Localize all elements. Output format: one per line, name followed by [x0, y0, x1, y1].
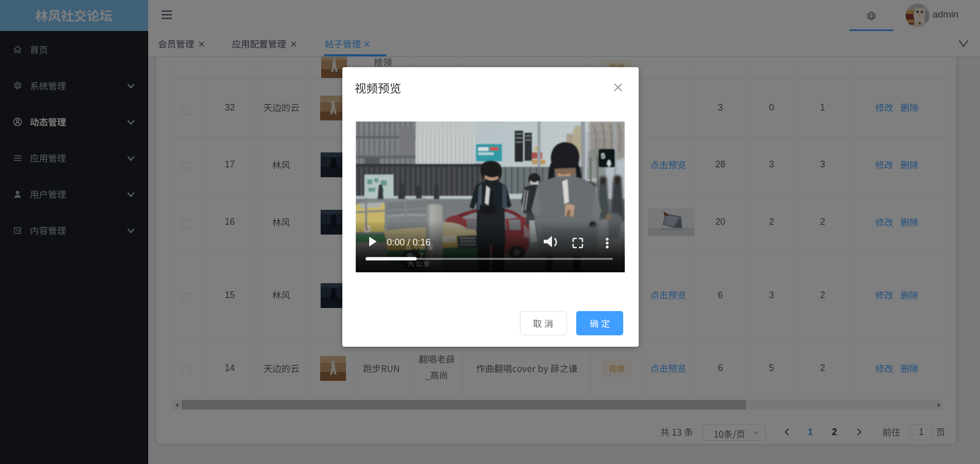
svg-text:0:00 / 0:16: 0:00 / 0:16 [387, 237, 431, 248]
